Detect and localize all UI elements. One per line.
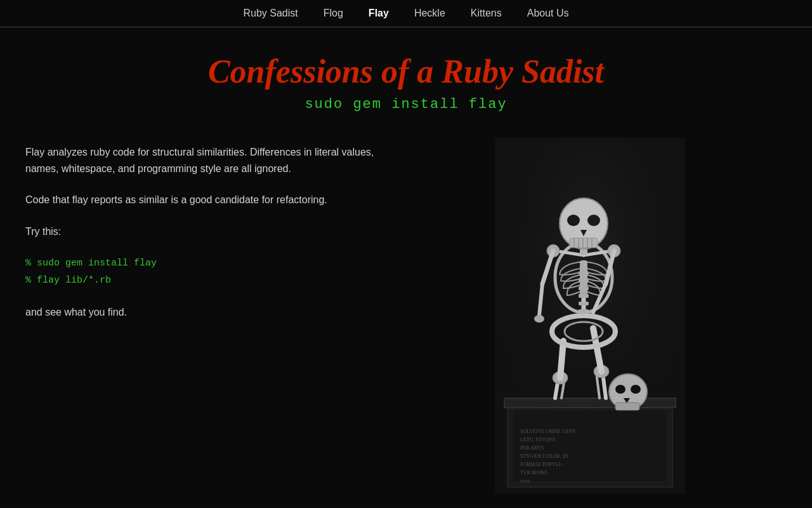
description-1: Flay analyzes ruby code for structural s… (25, 144, 381, 177)
svg-rect-53 (495, 138, 685, 493)
skeleton-illustration: SOLVITVE OMNE GENV LETO, STVQVE PER ARYS… (495, 138, 685, 493)
code-block: % sudo gem install flay % flay lib/*.rb (25, 255, 381, 289)
conclusion-text: and see what you find. (25, 304, 381, 321)
install-command: sudo gem install flay (0, 97, 812, 112)
content-area: Flay analyzes ruby code for structural s… (0, 138, 812, 493)
description-2: Code that flay reports as similar is a g… (25, 192, 381, 208)
main-nav: Ruby Sadist Flog Flay Heckle Kittens Abo… (0, 0, 812, 27)
skeleton-image-section: SOLVITVE OMNE GENV LETO, STVQVE PER ARYS… (406, 138, 774, 493)
code-line-1: % sudo gem install flay (25, 255, 381, 272)
page-title: Confessions of a Ruby Sadist (0, 53, 812, 90)
text-section: Flay analyzes ruby code for structural s… (25, 138, 381, 493)
nav-about-us[interactable]: About Us (527, 8, 569, 19)
nav-heckle[interactable]: Heckle (414, 8, 445, 19)
nav-flog[interactable]: Flog (324, 8, 343, 19)
nav-kittens[interactable]: Kittens (471, 8, 502, 19)
code-line-2: % flay lib/*.rb (25, 272, 381, 289)
nav-ruby-sadist[interactable]: Ruby Sadist (243, 8, 298, 19)
nav-flay[interactable]: Flay (369, 8, 389, 19)
try-this-label: Try this: (25, 224, 381, 240)
